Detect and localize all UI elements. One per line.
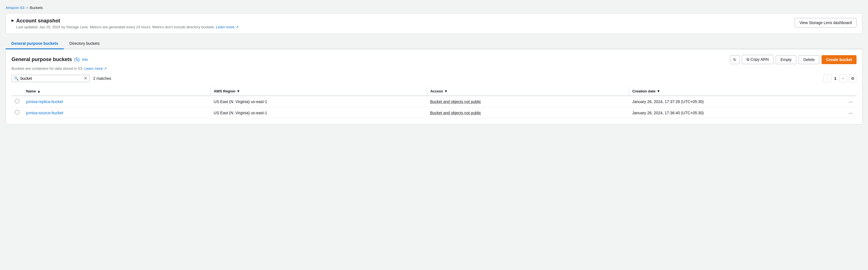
sort-region-button[interactable]: AWS Region ▼ xyxy=(214,89,240,93)
search-wrapper: 🔍 ✕ xyxy=(11,75,90,82)
copy-arn-button[interactable]: ⧉ Copy ARN xyxy=(742,55,773,64)
column-header-date: Creation date ▼ xyxy=(629,87,845,96)
row-actions-cell: — xyxy=(845,96,857,107)
search-icon: 🔍 xyxy=(14,76,19,81)
search-filter-row: 🔍 ✕ 2 matches ‹ 1 › ⚙ xyxy=(11,74,857,82)
gear-icon: ⚙ xyxy=(851,76,855,81)
row-name-cell: jumisa-replica-bucket xyxy=(23,96,210,107)
sort-access-button[interactable]: Access ▼ xyxy=(430,89,448,93)
row-radio-0[interactable] xyxy=(15,99,19,103)
breadcrumb-parent-link[interactable]: Amazon S3 xyxy=(6,6,24,10)
row-dash-0: — xyxy=(849,99,852,104)
matches-count: 2 matches xyxy=(93,76,112,81)
table-row: jumisa-source-bucket US East (N. Virgini… xyxy=(11,107,857,118)
main-content-area: General purpose buckets (5) Info ↻ ⧉ Cop… xyxy=(6,49,862,124)
tab-general-purpose-buckets[interactable]: General purpose buckets xyxy=(6,38,64,49)
table-learn-more-link[interactable]: Learn more ↗ xyxy=(84,66,107,70)
table-subtitle: Buckets are containers for data stored i… xyxy=(11,66,857,70)
pagination-current-page: 1 xyxy=(833,76,837,81)
row-region-cell: US East (N. Virginia) us-east-1 xyxy=(210,107,427,118)
row-access-cell: Bucket and objects not public xyxy=(427,107,629,118)
search-input[interactable] xyxy=(21,76,82,81)
table-info-link[interactable]: Info xyxy=(82,57,88,62)
pagination-next-button[interactable]: › xyxy=(839,74,847,82)
table-actions-bar: ↻ ⧉ Copy ARN Empty Delete Create bucket xyxy=(730,55,857,64)
column-header-region: AWS Region ▼ xyxy=(210,87,427,96)
empty-button[interactable]: Empty xyxy=(776,55,796,64)
search-clear-button[interactable]: ✕ xyxy=(84,76,87,81)
column-header-checkbox xyxy=(11,87,23,96)
buckets-table: Name ▲ AWS Region ▼ Access ▼ xyxy=(11,87,857,118)
snapshot-toggle-icon[interactable]: ▶ xyxy=(11,19,14,22)
row-region-cell: US East (N. Virginia) us-east-1 xyxy=(210,96,427,107)
access-label-0: Bucket and objects not public xyxy=(430,99,481,104)
table-title: General purpose buckets xyxy=(11,57,72,62)
row-radio-1[interactable] xyxy=(15,110,19,115)
table-header-bar: General purpose buckets (5) Info ↻ ⧉ Cop… xyxy=(11,55,857,64)
pagination-area: ‹ 1 › ⚙ xyxy=(824,74,857,82)
chevron-right-icon: › xyxy=(842,77,844,80)
tab-directory-buckets[interactable]: Directory buckets xyxy=(64,38,105,49)
external-link-icon-2: ↗ xyxy=(104,66,107,70)
snapshot-title: Account snapshot xyxy=(16,18,239,24)
row-date-cell: January 26, 2024, 17:36:40 (UTC+05:30) xyxy=(629,107,845,118)
row-checkbox-cell xyxy=(11,96,23,107)
pagination-prev-button[interactable]: ‹ xyxy=(824,74,831,82)
table-row: jumisa-replica-bucket US East (N. Virgin… xyxy=(11,96,857,107)
refresh-icon: ↻ xyxy=(733,57,737,62)
column-header-access: Access ▼ xyxy=(427,87,629,96)
bucket-name-link-0[interactable]: jumisa-replica-bucket xyxy=(26,99,63,104)
row-dash-1: — xyxy=(849,111,852,115)
breadcrumb-current: Buckets xyxy=(30,6,42,10)
row-actions-cell: — xyxy=(845,107,857,118)
snapshot-subtitle: Last updated: Jan 25, 2024 by Storage Le… xyxy=(16,25,239,29)
external-link-icon: ↗ xyxy=(236,25,239,29)
buckets-tabs: General purpose buckets Directory bucket… xyxy=(6,38,862,49)
sort-desc-icon-access: ▼ xyxy=(444,89,448,93)
create-bucket-button[interactable]: Create bucket xyxy=(822,55,857,64)
sort-name-button[interactable]: Name ▲ xyxy=(26,89,40,93)
access-label-1: Bucket and objects not public xyxy=(430,111,481,115)
refresh-button[interactable]: ↻ xyxy=(730,55,740,64)
row-access-cell: Bucket and objects not public xyxy=(427,96,629,107)
snapshot-learn-more-link[interactable]: Learn more ↗ xyxy=(216,25,239,29)
row-name-cell: jumisa-source-bucket xyxy=(23,107,210,118)
table-count: (5) xyxy=(74,57,80,62)
table-settings-button[interactable]: ⚙ xyxy=(849,74,857,82)
chevron-left-icon: ‹ xyxy=(827,77,828,80)
sort-desc-icon-region: ▼ xyxy=(237,89,240,93)
column-header-name: Name ▲ xyxy=(23,87,210,96)
account-snapshot-panel: ▶ Account snapshot Last updated: Jan 25,… xyxy=(6,13,862,34)
row-checkbox-cell xyxy=(11,107,23,118)
breadcrumb-separator: > xyxy=(26,6,28,10)
copy-icon: ⧉ xyxy=(747,57,749,62)
view-storage-lens-dashboard-button[interactable]: View Storage Lens dashboard xyxy=(795,18,857,27)
sort-date-button[interactable]: Creation date ▼ xyxy=(632,89,660,93)
column-header-actions xyxy=(845,87,857,96)
row-date-cell: January 26, 2024, 17:37:28 (UTC+05:30) xyxy=(629,96,845,107)
sort-desc-icon-date: ▼ xyxy=(657,89,660,93)
breadcrumb: Amazon S3 > Buckets xyxy=(6,3,862,13)
bucket-name-link-1[interactable]: jumisa-source-bucket xyxy=(26,111,63,115)
sort-asc-icon: ▲ xyxy=(37,89,40,93)
delete-button[interactable]: Delete xyxy=(799,55,819,64)
